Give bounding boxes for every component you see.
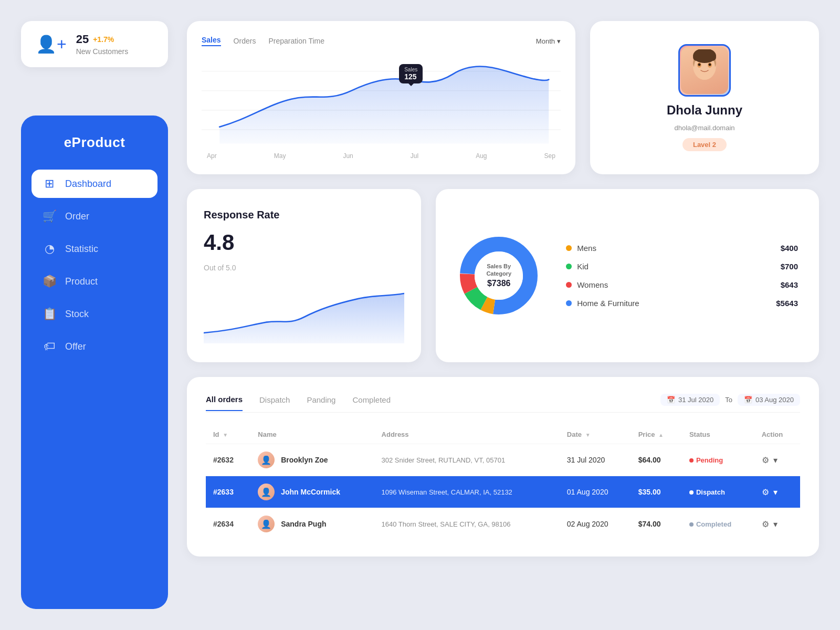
main-content: Sales Orders Preparation Time Month ▾ — [168, 21, 819, 609]
calendar-to-icon: 📅 — [744, 396, 752, 404]
sidebar-item-label-order: Order — [65, 211, 89, 222]
womens-value: $643 — [781, 280, 798, 289]
response-chart — [204, 280, 404, 343]
col-price[interactable]: Price ▲ — [631, 425, 682, 444]
col-date-label: Date — [567, 430, 582, 438]
row-date: 31 Jul 2020 — [560, 444, 631, 476]
date-filter: 📅 31 Jul 2020 To 📅 03 Aug 2020 — [660, 394, 800, 412]
svg-point-10 — [698, 64, 701, 66]
sidebar-item-dashboard[interactable]: ⊞ Dashboard — [32, 170, 158, 198]
row-status: Pending — [682, 444, 754, 476]
stock-icon: 📋 — [42, 307, 57, 321]
kid-dot — [566, 264, 572, 269]
col-status[interactable]: Status — [682, 425, 754, 444]
tooltip-value: 125 — [404, 72, 417, 81]
statistic-icon: ◔ — [42, 242, 57, 256]
sidebar-item-offer[interactable]: 🏷 Offer — [32, 332, 158, 361]
avatar-face — [681, 47, 728, 94]
col-action[interactable]: Action — [754, 425, 800, 444]
response-title: Response Rate — [204, 208, 404, 222]
tab-all-orders[interactable]: All orders — [206, 395, 243, 411]
tab-dispatch[interactable]: Dispatch — [259, 395, 290, 411]
offer-icon: 🏷 — [42, 340, 57, 353]
sidebar-nav: eProduct ⊞ Dashboard 🛒 Order ◔ Statistic… — [21, 116, 168, 609]
col-date[interactable]: Date ▼ — [560, 425, 631, 444]
donut-chart: Sales By Category $7386 — [457, 234, 541, 318]
chart-tab-sales[interactable]: Sales — [202, 36, 221, 46]
col-id[interactable]: Id ▼ — [206, 425, 250, 444]
date-from: 31 Jul 2020 — [678, 396, 713, 404]
customers-label: New Customers — [76, 47, 129, 56]
chart-card: Sales Orders Preparation Time Month ▾ — [187, 21, 575, 174]
sidebar-item-statistic[interactable]: ◔ Statistic — [32, 235, 158, 263]
orders-tabs: All orders Dispatch Panding Completed 📅 … — [206, 394, 800, 413]
tab-completed[interactable]: Completed — [352, 395, 391, 411]
profile-name: Dhola Junny — [667, 103, 742, 118]
profile-badge: Lavel 2 — [682, 138, 727, 151]
tab-panding[interactable]: Panding — [307, 395, 335, 411]
donut-legend: Mens $400 Kid $700 Womens $64 — [566, 244, 798, 308]
profile-email: dhola@mail.domain — [674, 124, 734, 132]
dashboard-icon: ⊞ — [42, 177, 57, 191]
customers-content: 25 +1.7% New Customers — [76, 33, 129, 56]
row-name: 👤 John McCormick — [250, 476, 374, 508]
col-address[interactable]: Address — [374, 425, 560, 444]
tooltip-label: Sales — [404, 67, 417, 72]
expand-button[interactable]: ▾ — [773, 455, 778, 465]
col-action-label: Action — [762, 430, 783, 438]
top-row: Sales Orders Preparation Time Month ▾ — [187, 21, 819, 174]
expand-button[interactable]: ▾ — [773, 519, 778, 529]
row-name: 👤 Sandra Pugh — [250, 508, 374, 540]
table-row: #2632 👤 Brooklyn Zoe 302 Snider Street, … — [206, 444, 800, 476]
chart-tab-orders[interactable]: Orders — [234, 37, 256, 45]
date-to: 03 Aug 2020 — [755, 396, 794, 404]
row-action: ⚙ ▾ — [754, 508, 800, 540]
sidebar: 👤+ 25 +1.7% New Customers eProduct ⊞ Das… — [21, 21, 168, 609]
home-label: Home & Furniture — [577, 299, 639, 308]
sales-by-category-card: Sales By Category $7386 Mens $400 Kid — [436, 189, 819, 362]
avatar: 👤 — [258, 452, 275, 468]
date-from-badge: 📅 31 Jul 2020 — [660, 394, 720, 406]
x-label-jul: Jul — [411, 152, 418, 160]
product-icon: 📦 — [42, 275, 57, 288]
brand-title: eProduct — [32, 134, 158, 151]
settings-button[interactable]: ⚙ — [762, 519, 769, 529]
chart-filter[interactable]: Month ▾ — [536, 37, 561, 45]
sort-icon-id: ▼ — [223, 432, 228, 438]
settings-button[interactable]: ⚙ — [762, 455, 769, 465]
row-id: #2632 — [206, 444, 250, 476]
legend-mens: Mens $400 — [566, 244, 798, 253]
customers-count: 25 — [76, 33, 89, 46]
chart-tab-prep[interactable]: Preparation Time — [268, 37, 324, 45]
row-price: $64.00 — [631, 444, 682, 476]
row-address: 1096 Wiseman Street, CALMAR, IA, 52132 — [374, 476, 560, 508]
row-id: #2634 — [206, 508, 250, 540]
chart-tooltip: Sales 125 — [399, 64, 423, 83]
sort-icon-date: ▼ — [585, 432, 591, 438]
sidebar-item-product[interactable]: 📦 Product — [32, 267, 158, 296]
home-value: $5643 — [776, 299, 798, 308]
expand-button[interactable]: ▾ — [773, 487, 778, 497]
svg-rect-13 — [693, 54, 716, 61]
sort-icon-price: ▲ — [658, 432, 664, 438]
orders-table: Id ▼ Name Address Date ▼ Price — [206, 425, 800, 540]
x-label-sep: Sep — [544, 152, 555, 160]
legend-home: Home & Furniture $5643 — [566, 299, 798, 308]
x-label-jun: Jun — [343, 152, 353, 160]
sidebar-item-stock[interactable]: 📋 Stock — [32, 300, 158, 328]
chart-tabs: Sales Orders Preparation Time Month ▾ — [202, 36, 561, 46]
sidebar-item-order[interactable]: 🛒 Order — [32, 202, 158, 230]
svg-point-11 — [709, 64, 711, 66]
kid-value: $700 — [781, 262, 798, 271]
settings-button[interactable]: ⚙ — [762, 487, 769, 497]
response-value: 4.8 — [204, 230, 404, 255]
customers-change: +1.7% — [93, 35, 114, 44]
kid-label: Kid — [577, 262, 589, 271]
chart-filter-label: Month — [536, 37, 555, 45]
response-rate-card: Response Rate 4.8 Out of 5.0 — [187, 189, 421, 362]
legend-kid: Kid $700 — [566, 262, 798, 271]
date-to-badge: 📅 03 Aug 2020 — [738, 394, 800, 406]
customers-icon: 👤+ — [36, 34, 67, 54]
col-name[interactable]: Name — [250, 425, 374, 444]
row-price: $74.00 — [631, 508, 682, 540]
